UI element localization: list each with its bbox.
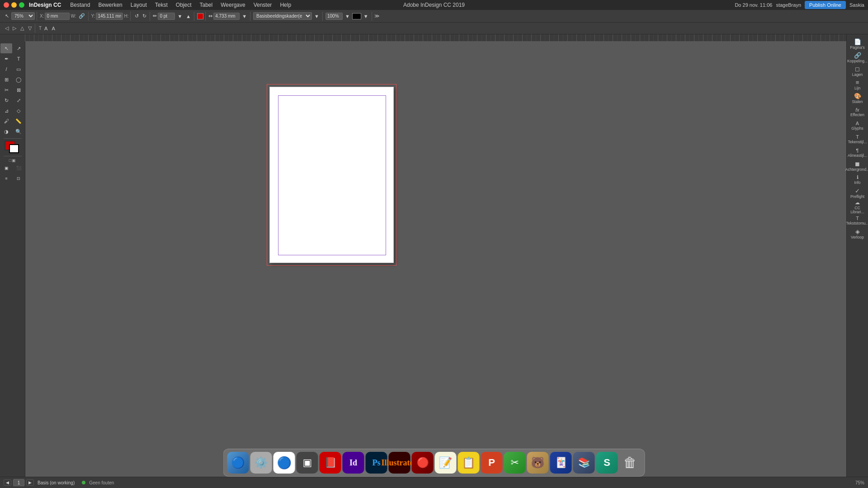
- align-right-btn[interactable]: △: [19, 25, 25, 32]
- menu-tabel[interactable]: Tabel: [196, 1, 217, 9]
- mode-btn4[interactable]: ⊡: [13, 174, 24, 183]
- panel-info[interactable]: ℹ Info: [848, 174, 868, 186]
- line-tool[interactable]: /: [0, 64, 12, 74]
- select-tool-btn[interactable]: ↖: [4, 13, 10, 19]
- tb2-btn1[interactable]: A: [43, 25, 49, 32]
- panel-paginas[interactable]: 📄 Pagina's: [848, 38, 868, 51]
- zoom-tool[interactable]: 🔍: [13, 127, 24, 136]
- mode-btn3[interactable]: ≡: [0, 174, 12, 183]
- panel-achtergrond[interactable]: ◼ Achtergrond...: [848, 160, 868, 173]
- dock-sysprefs[interactable]: ⚙️: [250, 452, 272, 474]
- pen-tool[interactable]: ✒: [0, 54, 12, 64]
- menu-venster[interactable]: Venster: [250, 1, 276, 9]
- panel-koppeling[interactable]: 🔗 Koppeling...: [848, 52, 868, 64]
- rotate-ccw-btn[interactable]: ↺: [133, 13, 140, 19]
- panel-glyphs[interactable]: A Glyphs: [848, 119, 868, 132]
- panel-effecten[interactable]: fx Effecten: [848, 106, 868, 118]
- style-select[interactable]: Basisbeeldingskader(e: [253, 12, 312, 20]
- dock-app14[interactable]: 🐻: [527, 452, 549, 474]
- menu-help[interactable]: Help: [276, 1, 295, 9]
- canvas-area[interactable]: [25, 42, 868, 477]
- dock-app9[interactable]: 🔴: [412, 452, 434, 474]
- dock-stickies[interactable]: 📋: [458, 452, 480, 474]
- dock-chrome[interactable]: 🔵: [274, 452, 295, 474]
- dock-finder[interactable]: 🔵: [227, 452, 249, 474]
- dock-acrobat[interactable]: 📕: [320, 452, 341, 474]
- dock-ppt[interactable]: P: [481, 452, 503, 474]
- measure-tool[interactable]: 📏: [13, 116, 24, 126]
- scissors-tool[interactable]: ✂: [0, 85, 12, 95]
- preview-mode-btn[interactable]: ▣: [12, 158, 16, 163]
- shear-tool[interactable]: ◇: [13, 106, 24, 116]
- ellipse-tool[interactable]: ◯: [13, 75, 24, 84]
- mode-btn2[interactable]: ⬛: [13, 163, 24, 173]
- dock-trash[interactable]: 🗑: [619, 452, 641, 474]
- panel-tekststomu[interactable]: T Tekststomu...: [848, 214, 868, 227]
- rect-frame-tool[interactable]: ⊞: [0, 75, 12, 84]
- dock-app4[interactable]: ▣: [297, 452, 318, 474]
- shape-tool[interactable]: ▭: [13, 64, 24, 74]
- menu-weergave[interactable]: Weergave: [217, 1, 249, 9]
- gradient-tool[interactable]: ◑: [0, 127, 12, 136]
- dock-illustrator[interactable]: Illustrator: [389, 452, 410, 474]
- width-input[interactable]: [213, 13, 240, 20]
- dock-notes[interactable]: 📝: [435, 452, 457, 474]
- menu-bestand[interactable]: Bestand: [66, 1, 94, 9]
- close-button[interactable]: [4, 2, 9, 8]
- page-number-input[interactable]: [13, 479, 24, 486]
- panel-alineastijl[interactable]: ¶ Alineastijl...: [848, 146, 868, 159]
- dock-app15[interactable]: 🃏: [550, 452, 572, 474]
- dock-app17[interactable]: S: [596, 452, 618, 474]
- lock-aspect-btn[interactable]: 🔗: [77, 13, 86, 19]
- next-page-btn[interactable]: ▶: [26, 479, 34, 486]
- rotate-tool[interactable]: ↻: [0, 95, 12, 105]
- menu-object[interactable]: Object: [172, 1, 195, 9]
- dock-indesign[interactable]: Id: [343, 452, 364, 474]
- mode-btn1[interactable]: ▣: [0, 163, 12, 173]
- maximize-button[interactable]: [19, 2, 24, 8]
- scale-tool[interactable]: ⤢: [13, 95, 24, 105]
- y-input[interactable]: [96, 13, 123, 20]
- fill-color-swatch[interactable]: [197, 13, 203, 19]
- dock-app13[interactable]: ✂: [504, 452, 526, 474]
- normal-mode-btn[interactable]: □: [9, 158, 11, 163]
- stroke-input[interactable]: [158, 13, 175, 20]
- free-transform-tool[interactable]: ⊿: [0, 106, 12, 116]
- style-dropdown-btn[interactable]: ▼: [313, 13, 321, 19]
- panel-tekenstijl[interactable]: T Tekenstijl...: [848, 133, 868, 145]
- align-left-btn[interactable]: ◁: [4, 25, 10, 32]
- menu-bewerken[interactable]: Bewerken: [94, 1, 126, 9]
- transform-tool[interactable]: ⊠: [13, 85, 24, 95]
- rotate-cw-btn[interactable]: ↻: [141, 13, 148, 19]
- stroke-color-swatch[interactable]: [352, 13, 361, 19]
- prev-page-btn[interactable]: ◀: [4, 479, 11, 486]
- selection-tool[interactable]: ↖: [0, 43, 12, 53]
- stroke-up-btn[interactable]: ▲: [184, 13, 192, 19]
- panel-verloop[interactable]: ◈ Verloop: [848, 228, 868, 240]
- align-center-btn[interactable]: ▷: [11, 25, 18, 32]
- zoom-down-btn[interactable]: ▼: [344, 13, 351, 19]
- eyedropper-tool[interactable]: 🖋: [0, 116, 12, 126]
- minimize-button[interactable]: [11, 2, 17, 8]
- zoom-input[interactable]: [326, 13, 343, 20]
- x-input[interactable]: [45, 13, 70, 20]
- panel-preflight[interactable]: ✓ Preflight: [848, 187, 868, 200]
- direct-select-tool[interactable]: ↗: [13, 43, 24, 53]
- publish-online-button[interactable]: Publish Online: [805, 1, 846, 9]
- tb2-btn2[interactable]: A: [50, 25, 56, 32]
- width-down-btn[interactable]: ▼: [241, 13, 248, 19]
- text-tool[interactable]: T: [13, 54, 24, 64]
- document-page[interactable]: [269, 87, 394, 263]
- menu-layout[interactable]: Layout: [127, 1, 151, 9]
- stroke-box[interactable]: [9, 144, 19, 153]
- stroke-down-btn[interactable]: ▼: [176, 13, 184, 19]
- zoom-select[interactable]: 75% 100% 50%: [11, 12, 35, 20]
- panel-lijn[interactable]: ≡ Lijn: [848, 79, 868, 91]
- extra-options-btn[interactable]: ≫: [373, 13, 381, 19]
- panel-lagen[interactable]: ◻ Lagen: [848, 65, 868, 78]
- color-options-btn[interactable]: ▼: [362, 13, 370, 19]
- menu-tekst[interactable]: Tekst: [151, 1, 171, 9]
- panel-stalen[interactable]: 🎨 Stalen: [848, 92, 868, 105]
- dock-app16[interactable]: 📚: [573, 452, 595, 474]
- align-top-btn[interactable]: ▽: [27, 25, 33, 32]
